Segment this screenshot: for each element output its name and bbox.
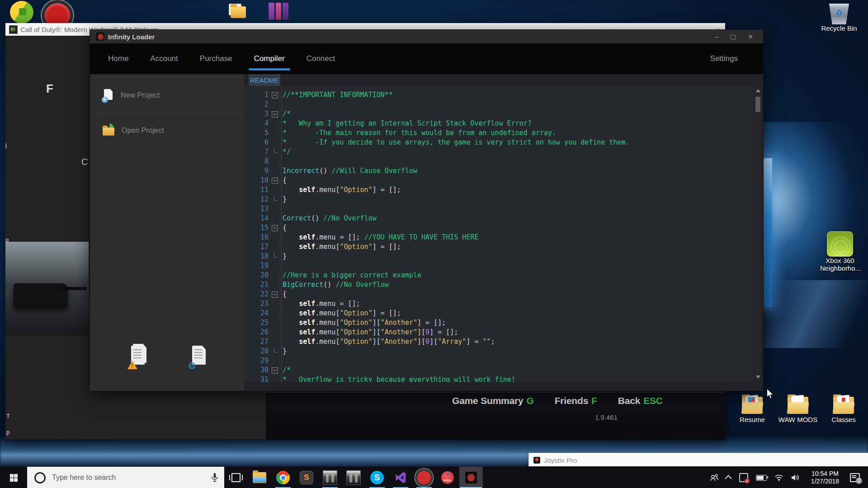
folder-icon xyxy=(741,395,764,416)
game-bar-item-friends[interactable]: FriendsF xyxy=(555,395,597,406)
game-bar-item-back[interactable]: BackESC xyxy=(618,395,663,406)
line-number: 14 xyxy=(244,214,269,223)
fold-gutter[interactable]: − xyxy=(269,176,281,185)
code-token: .menu[ xyxy=(315,309,340,317)
xbox-360-neighborhood-icon[interactable]: Xbox 360 Neighborho... xyxy=(820,231,860,272)
code-line: 16 self.menu = []; //YOU HAVE TO HAVE TH… xyxy=(244,233,753,242)
code-token: { xyxy=(283,290,287,298)
minimize-button[interactable]: – xyxy=(715,33,718,40)
taskbar-search[interactable]: Type here to search xyxy=(27,467,224,488)
taskbar-app-mw3[interactable] xyxy=(318,467,342,488)
fold-end-mark xyxy=(274,347,278,352)
code-area[interactable]: 1−//**IMPORTANT INFORMATION**2 3−/*4* Wh… xyxy=(244,86,753,382)
fold-collapse-icon[interactable]: − xyxy=(272,92,278,99)
code-text: //Here is a bigger correct example xyxy=(281,271,753,280)
people-icon[interactable] xyxy=(710,474,719,482)
cod-menu-fragment: C xyxy=(81,157,88,167)
fold-gutter[interactable]: − xyxy=(269,90,281,100)
winrar-icon[interactable] xyxy=(269,3,288,20)
taskbar-clock[interactable]: 10:54 PM 1/27/2018 xyxy=(808,470,842,485)
taskbar-app-sublime[interactable]: S xyxy=(295,467,318,488)
fold-gutter[interactable]: − xyxy=(269,109,281,119)
code-text: self.menu["Option"]["Another"][0] = []; xyxy=(281,328,753,337)
readme-doc-icon[interactable] xyxy=(128,346,146,369)
infinity-titlebar[interactable]: Infinity Loader – ▢ ✕ xyxy=(90,30,763,43)
maximize-button[interactable]: ▢ xyxy=(730,33,736,40)
sync-error-icon[interactable] xyxy=(739,473,748,482)
code-token: /* xyxy=(283,366,291,374)
new-project-button[interactable]: + New Project xyxy=(90,77,244,113)
desktop-folder-group: ResumeWAW MODSClasses xyxy=(732,395,863,423)
task-view-button[interactable] xyxy=(224,467,248,488)
battery-icon[interactable] xyxy=(756,475,767,481)
desktop-folder-classes[interactable]: Classes xyxy=(824,395,863,423)
start-button[interactable] xyxy=(0,467,27,488)
line-number: 19 xyxy=(244,261,269,271)
scrollbar-thumb[interactable] xyxy=(755,97,760,112)
code-token: ][ xyxy=(373,319,381,327)
tab-home[interactable]: Home xyxy=(107,52,129,66)
fold-collapse-icon[interactable]: − xyxy=(272,225,278,231)
line-number: 26 xyxy=(244,328,269,337)
microphone-icon[interactable] xyxy=(212,473,218,482)
code-token xyxy=(283,338,299,346)
code-line: 26 self.menu["Option"]["Another"][0] = [… xyxy=(244,328,753,337)
fold-collapse-icon[interactable]: − xyxy=(272,178,278,184)
scroll-down-icon[interactable] xyxy=(756,375,760,379)
line-number: 8 xyxy=(244,157,269,166)
code-token: ] = []; xyxy=(429,328,458,336)
tab-settings[interactable]: Settings xyxy=(710,54,738,63)
taskbar-app-pru[interactable]: PRU xyxy=(436,467,459,488)
tab-account[interactable]: Account xyxy=(149,52,179,66)
desktop-folder-waw-mods[interactable]: WAW MODS xyxy=(778,395,818,423)
code-token: Incorrect xyxy=(283,167,319,175)
code-text: self.menu["Option"]["Another"] = []; xyxy=(281,318,753,328)
open-project-button[interactable]: Open Project xyxy=(90,114,244,147)
code-text: self.menu = []; //YOU HAVE TO HAVE THIS … xyxy=(281,233,753,242)
taskbar-app-recorder[interactable] xyxy=(412,467,436,488)
tab-connect[interactable]: Connect xyxy=(306,52,336,66)
code-text: */ xyxy=(281,147,753,157)
taskbar-app-visual-studio[interactable] xyxy=(389,467,412,488)
taskbar-app-chrome[interactable] xyxy=(271,467,295,488)
desktop-app-icon[interactable] xyxy=(10,1,33,23)
taskbar-app-mw3[interactable] xyxy=(342,467,365,488)
tab-readme[interactable]: README xyxy=(249,74,280,86)
game-bar-item-game-summary[interactable]: Game SummaryG xyxy=(452,395,534,406)
fold-gutter[interactable]: − xyxy=(269,290,281,299)
action-center-button[interactable]: 2 xyxy=(850,473,860,482)
fold-collapse-icon[interactable]: − xyxy=(272,291,278,298)
open-project-icon xyxy=(103,126,114,136)
tab-purchase[interactable]: Purchase xyxy=(199,52,233,66)
taskbar-app-infinity-loader[interactable] xyxy=(459,467,483,488)
settings-doc-icon[interactable]: ⚙ xyxy=(189,346,208,369)
wifi-icon[interactable] xyxy=(774,474,783,481)
fold-gutter[interactable]: − xyxy=(269,366,281,375)
new-project-label: New Project xyxy=(121,91,160,99)
file-explorer-button[interactable] xyxy=(248,467,271,488)
code-token: .menu[ xyxy=(315,328,340,336)
code-line: 1−//**IMPORTANT INFORMATION** xyxy=(244,90,753,100)
line-number: 21 xyxy=(244,280,269,290)
taskbar-app-skype[interactable]: S xyxy=(365,467,389,488)
scroll-up-icon[interactable] xyxy=(756,89,760,92)
volume-icon[interactable] xyxy=(791,474,800,481)
fold-gutter xyxy=(269,375,281,382)
chevron-up-icon[interactable] xyxy=(726,475,731,480)
fold-collapse-icon[interactable]: − xyxy=(272,111,278,117)
line-number: 16 xyxy=(244,233,269,242)
code-token: { xyxy=(283,224,287,232)
nav-tabs: HomeAccountPurchaseCompilerConnect xyxy=(90,52,336,66)
code-token: ][ xyxy=(417,338,425,346)
close-button[interactable]: ✕ xyxy=(748,33,753,40)
code-text: /* xyxy=(281,366,753,375)
fold-gutter[interactable]: − xyxy=(269,223,281,233)
line-number: 15 xyxy=(244,223,269,233)
editor-scrollbar[interactable] xyxy=(755,87,761,381)
joystix-pro-window-bar[interactable]: Joystix Pro xyxy=(528,453,868,467)
fold-collapse-icon[interactable]: − xyxy=(272,367,278,374)
tab-compiler[interactable]: Compiler xyxy=(253,52,286,66)
folder-icon xyxy=(832,395,855,416)
folder-shortcut-icon[interactable] xyxy=(228,4,246,19)
recycle-bin-icon[interactable]: ♻ Recycle Bin xyxy=(821,4,857,32)
